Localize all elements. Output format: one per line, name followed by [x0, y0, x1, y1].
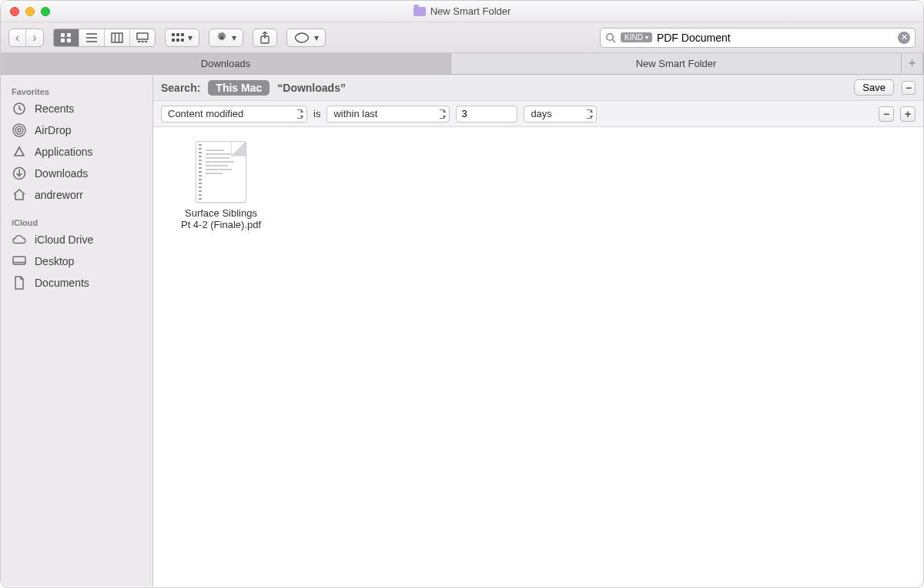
criteria-value-input[interactable] [456, 106, 517, 123]
tab-label: Downloads [201, 58, 250, 69]
sidebar-item-label: Applications [35, 146, 93, 158]
svg-rect-17 [172, 39, 175, 42]
sidebar-item-documents[interactable]: Documents [1, 272, 152, 294]
sidebar-item-applications[interactable]: Applications [1, 141, 152, 163]
svg-rect-13 [145, 41, 147, 42]
applications-icon [12, 145, 27, 159]
remove-criteria-button[interactable]: − [879, 106, 894, 122]
forward-button[interactable]: › [26, 29, 42, 46]
svg-line-24 [612, 39, 615, 42]
window-title: New Smart Folder [430, 5, 511, 17]
scope-downloads[interactable]: “Downloads” [277, 82, 346, 94]
list-view-button[interactable] [79, 29, 105, 46]
svg-rect-2 [61, 39, 65, 42]
gallery-view-button[interactable] [130, 29, 155, 46]
sidebar-item-downloads[interactable]: Downloads [1, 163, 152, 184]
criteria-row: Content modified ▴▾ is within last ▴▾ da… [153, 101, 923, 127]
sidebar-item-home[interactable]: andreworr [1, 184, 152, 206]
back-button[interactable]: ‹ [9, 29, 26, 46]
search-kind-token[interactable]: KIND▾ [621, 32, 652, 42]
main-area: Search: This Mac “Downloads” Save − Cont… [153, 75, 923, 586]
document-icon [12, 276, 27, 290]
toolbar: ‹ › ▾ ▾ ▾ [1, 22, 923, 53]
search-scope-bar: Search: This Mac “Downloads” Save − [153, 75, 923, 101]
criteria-attribute-popup[interactable]: Content modified ▴▾ [161, 106, 307, 123]
tab-downloads[interactable]: Downloads [1, 53, 451, 74]
tabstrip: Downloads New Smart Folder + [1, 53, 923, 75]
svg-rect-15 [176, 33, 179, 36]
svg-rect-18 [176, 39, 179, 42]
sidebar-heading-icloud: iCloud [1, 213, 152, 229]
icon-view-button[interactable] [54, 29, 79, 46]
share-button[interactable] [253, 29, 277, 47]
search-input[interactable] [657, 32, 893, 44]
file-item[interactable]: Surface Siblings Pt 4-2 (Finale).pdf [167, 141, 275, 230]
clear-search-button[interactable]: ✕ [898, 32, 910, 44]
search-token-label: KIND [624, 33, 643, 42]
svg-rect-12 [141, 41, 143, 42]
search-field[interactable]: KIND▾ ✕ [600, 28, 916, 48]
sidebar-item-label: Downloads [35, 167, 88, 180]
popup-value: days [531, 108, 551, 119]
criteria-unit-popup[interactable]: days ▴▾ [524, 106, 597, 123]
svg-rect-10 [137, 33, 148, 39]
sidebar: Favorites Recents AirDrop Applications D… [1, 75, 153, 586]
new-tab-button[interactable]: + [902, 53, 923, 74]
sidebar-item-airdrop[interactable]: AirDrop [1, 119, 152, 141]
svg-point-23 [607, 33, 614, 40]
collapse-criteria-button[interactable]: − [902, 81, 916, 95]
close-window-button[interactable] [10, 7, 19, 16]
sidebar-heading-favorites: Favorites [1, 82, 152, 98]
svg-rect-19 [181, 39, 184, 42]
action-menu[interactable]: ▾ [209, 29, 243, 47]
sidebar-item-label: Documents [35, 277, 89, 289]
minimize-window-button[interactable] [25, 7, 35, 16]
sidebar-item-label: Recents [35, 102, 74, 115]
chevron-down-icon: ▾ [188, 32, 192, 43]
svg-rect-31 [13, 257, 25, 264]
save-search-button[interactable]: Save [854, 79, 894, 96]
sidebar-item-label: iCloud Drive [35, 234, 93, 246]
sidebar-item-label: andreworr [35, 189, 83, 201]
svg-point-27 [15, 126, 23, 134]
svg-rect-11 [138, 41, 140, 42]
titlebar: New Smart Folder [1, 1, 923, 22]
desktop-icon [12, 254, 27, 268]
clock-icon [12, 102, 27, 116]
sidebar-item-desktop[interactable]: Desktop [1, 250, 152, 272]
tags-menu[interactable]: ▾ [286, 29, 326, 47]
smart-folder-icon [413, 7, 426, 16]
popup-value: within last [333, 108, 377, 119]
svg-rect-3 [67, 39, 71, 42]
sidebar-item-label: AirDrop [35, 124, 71, 136]
sidebar-item-icloud-drive[interactable]: iCloud Drive [1, 229, 152, 250]
column-view-button[interactable] [105, 29, 130, 46]
criteria-comparator-popup[interactable]: within last ▴▾ [326, 106, 450, 123]
search-label: Search: [161, 82, 200, 94]
group-menu[interactable]: ▾ [165, 29, 199, 47]
tab-new-smart-folder[interactable]: New Smart Folder [451, 53, 902, 74]
zoom-window-button[interactable] [41, 7, 50, 16]
results-area[interactable]: Surface Siblings Pt 4-2 (Finale).pdf [153, 127, 923, 586]
svg-rect-16 [181, 33, 184, 36]
svg-point-26 [18, 129, 21, 132]
airdrop-icon [12, 123, 27, 137]
view-switcher [53, 29, 156, 47]
svg-rect-14 [172, 33, 175, 36]
home-icon [12, 188, 27, 202]
sidebar-item-recents[interactable]: Recents [1, 98, 152, 119]
popup-value: Content modified [168, 108, 243, 119]
add-criteria-button[interactable]: + [900, 106, 916, 122]
chevron-down-icon: ▾ [232, 32, 236, 43]
file-name: Surface Siblings Pt 4-2 (Finale).pdf [181, 207, 261, 230]
criteria-is-label: is [313, 108, 320, 119]
cloud-icon [12, 233, 27, 247]
pdf-thumbnail-icon [196, 141, 246, 203]
sidebar-item-label: Desktop [35, 255, 74, 267]
svg-rect-7 [112, 33, 122, 42]
search-icon [605, 32, 616, 43]
svg-rect-1 [67, 33, 71, 37]
chevron-down-icon: ▾ [314, 32, 319, 43]
scope-this-mac[interactable]: This Mac [208, 80, 270, 96]
svg-rect-0 [61, 33, 65, 37]
